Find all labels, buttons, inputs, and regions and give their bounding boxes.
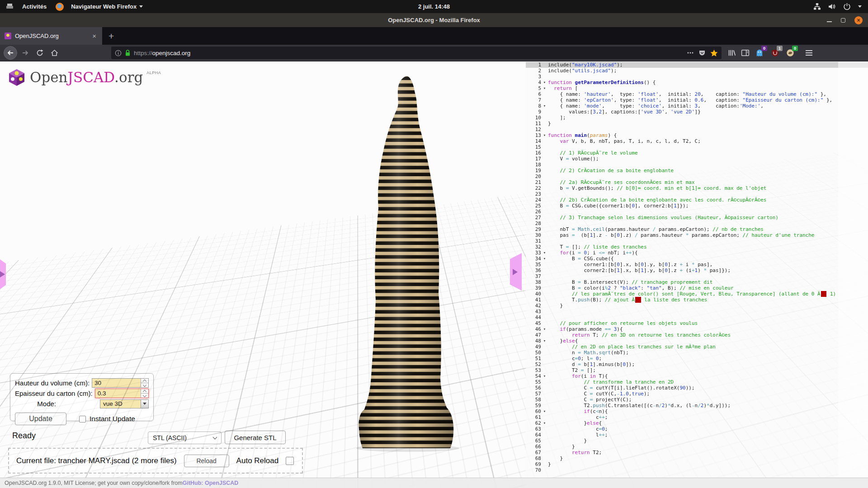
code-line[interactable]: 61 c++;: [526, 414, 868, 420]
export-format-select[interactable]: STL (ASCII): [148, 432, 222, 444]
network-icon[interactable]: [813, 3, 821, 10]
generate-stl-button[interactable]: Generate STL: [225, 431, 286, 444]
code-line[interactable]: 34▾ B = CSG.cube({: [526, 256, 868, 262]
code-line[interactable]: 16 // 1) RÃ©cupÃ¨re le volume: [526, 150, 868, 156]
code-line[interactable]: 20: [526, 174, 868, 179]
code-line[interactable]: 10 ];: [526, 115, 868, 121]
code-line[interactable]: 39 B = color(i%2 ? "black": "tan", B); /…: [526, 285, 868, 291]
code-line[interactable]: 6 { name: 'hauteur', type: 'float', init…: [526, 91, 868, 97]
code-line[interactable]: 7 { name: 'epCarton', type: 'float', ini…: [526, 97, 868, 103]
code-line[interactable]: 70: [526, 467, 868, 473]
openjscad-logo[interactable]: OpenJSCAD.org ALPHA: [7, 68, 161, 87]
code-editor[interactable]: 1include("mary10K.jscad");2include("util…: [526, 61, 868, 488]
pocket-icon[interactable]: [698, 49, 706, 56]
extension-other[interactable]: 0: [785, 47, 796, 58]
code-line[interactable]: 5▾ return [: [526, 85, 868, 91]
code-line[interactable]: 13▾function main(params) {: [526, 132, 868, 138]
spin-up-icon[interactable]: [141, 389, 148, 393]
code-line[interactable]: 50 n = Math.sqrt(nbT);: [526, 350, 868, 356]
code-line[interactable]: 53 T2 = [];: [526, 367, 868, 373]
code-line[interactable]: 60▾ if(c<n){: [526, 408, 868, 414]
code-line[interactable]: 51 c=0; l= 0;: [526, 356, 868, 361]
page-info-icon[interactable]: [115, 50, 122, 56]
code-line[interactable]: 44: [526, 314, 868, 320]
fold-arrow-icon[interactable]: ▾: [541, 250, 548, 256]
code-line[interactable]: 48▾ }else{: [526, 338, 868, 344]
auto-reload-checkbox[interactable]: [286, 457, 294, 465]
code-line[interactable]: 43: [526, 309, 868, 314]
code-line[interactable]: 21 // 2a) RÃ©cupÃ¨re ses coordonnÃ©es mi…: [526, 179, 868, 185]
minimize-button[interactable]: [827, 21, 832, 22]
app-menu-button[interactable]: Navigateur Web Firefox: [71, 3, 143, 10]
code-line[interactable]: 31: [526, 238, 868, 244]
activities-button[interactable]: Activités: [20, 3, 48, 10]
maximize-button[interactable]: [841, 18, 845, 23]
code-line[interactable]: 29 nbT = Math.ceil(params.hauteur / para…: [526, 226, 868, 232]
code-line[interactable]: 54▾ for(i in T){: [526, 373, 868, 379]
fold-arrow-icon[interactable]: ▾: [541, 103, 548, 109]
code-line[interactable]: 66 }: [526, 444, 868, 450]
code-line[interactable]: 4▾function getParameterDefinitions() {: [526, 80, 868, 85]
code-line[interactable]: 65 }: [526, 438, 868, 444]
code-line[interactable]: 22 b = V.getBounds(); // b[0]= coord. mi…: [526, 185, 868, 191]
code-line[interactable]: 2include("utils.jscad");: [526, 68, 868, 74]
https-lock-icon[interactable]: [125, 49, 131, 56]
code-line[interactable]: 17 V = volume();: [526, 156, 868, 162]
code-line[interactable]: 46▾ if(params.mode == 3){: [526, 326, 868, 332]
fold-arrow-icon[interactable]: ▾: [541, 326, 548, 332]
code-line[interactable]: 11}: [526, 121, 868, 127]
code-line[interactable]: 35 corner1:[b[0].x, b[0].y, b[0].z + i *…: [526, 262, 868, 267]
page-actions-dots-icon[interactable]: [687, 49, 694, 56]
left-panel-handle[interactable]: [0, 259, 6, 289]
volume-icon[interactable]: [828, 3, 836, 10]
code-line[interactable]: 68 }: [526, 455, 868, 461]
code-line[interactable]: 52 d = b[1].minus(b[0]);: [526, 361, 868, 367]
code-line[interactable]: 38 B = B.intersect(V); // tranchage prop…: [526, 279, 868, 285]
code-line[interactable]: 37: [526, 273, 868, 279]
code-line[interactable]: 23: [526, 191, 868, 197]
code-line[interactable]: 67 return T2;: [526, 450, 868, 455]
code-line[interactable]: 33▾ for(i = 0; i <= nbT; i++){: [526, 250, 868, 256]
code-line[interactable]: 32 T = []; // liste des tranches: [526, 244, 868, 250]
spin-down-icon[interactable]: [141, 383, 148, 387]
home-button[interactable]: [47, 47, 61, 59]
code-line[interactable]: 25 B = CSG.cube({corner1:b[0], corner2:b…: [526, 203, 868, 209]
fold-arrow-icon[interactable]: ▾: [541, 85, 548, 91]
fold-arrow-icon[interactable]: ▾: [541, 420, 548, 426]
menu-hamburger-icon[interactable]: [806, 50, 812, 56]
code-line[interactable]: 40 // les paramÃ¨tres de color() sont [R…: [526, 291, 868, 297]
code-line[interactable]: 69}: [526, 461, 868, 467]
code-line[interactable]: 24 // 2b) CrÃ©ation de la boite engloban…: [526, 197, 868, 203]
code-line[interactable]: 19 // 2) CrÃ©ation de sa boite englobant…: [526, 168, 868, 174]
extension-ublock[interactable]: 1: [769, 47, 780, 58]
code-line[interactable]: 1include("mary10K.jscad");: [526, 62, 868, 68]
code-line[interactable]: 58 C = projectY(C);: [526, 397, 868, 403]
bookmark-star-icon[interactable]: [710, 49, 718, 57]
fold-arrow-icon[interactable]: ▾: [541, 408, 548, 414]
code-line[interactable]: 36 corner2:[b[1].x, b[1].y, b[0].z + (i+…: [526, 267, 868, 273]
code-line[interactable]: 14 var V, b, B, nbT, pas, T, i, n, c, l,…: [526, 138, 868, 144]
code-line[interactable]: 47 return T; // en 3D on retourne les tr…: [526, 332, 868, 338]
code-line[interactable]: 56 C = cutY(T[i].lieFlat().rotateX(90));: [526, 385, 868, 391]
tab-close-icon[interactable]: ×: [91, 32, 98, 40]
reload-button[interactable]: [33, 47, 47, 59]
code-line[interactable]: 64 l++;: [526, 432, 868, 438]
system-menu-chevron-icon[interactable]: [858, 5, 862, 9]
printer-indicator-icon[interactable]: [6, 4, 13, 9]
epaisseur-input[interactable]: 0.3: [95, 389, 149, 398]
code-line[interactable]: 45 // pour afficher on retourne les obje…: [526, 320, 868, 326]
code-line[interactable]: 62▾ }else{: [526, 420, 868, 426]
statue-3d-model[interactable]: [354, 73, 464, 453]
code-line[interactable]: 27 // 3) Tranchage selon les dimensions …: [526, 215, 868, 221]
epaisseur-spinner[interactable]: [141, 389, 148, 398]
code-line[interactable]: 15: [526, 144, 868, 150]
code-line[interactable]: 30 pas = (b[1].z - b[0].z) / params.haut…: [526, 232, 868, 238]
new-tab-button[interactable]: +: [102, 27, 120, 45]
openjscad-viewport[interactable]: OpenJSCAD.org ALPHA 1include("mary10K.js…: [0, 61, 868, 488]
code-line[interactable]: 8▾ { name: 'mode', type: 'choice', initi…: [526, 103, 868, 109]
code-line[interactable]: 42 }: [526, 303, 868, 309]
footer-github-link[interactable]: GitHub: OpenJSCAD: [183, 480, 239, 486]
clock[interactable]: 2 juil. 14:48: [418, 3, 450, 10]
close-button[interactable]: ×: [854, 16, 863, 24]
code-line[interactable]: 63 c=0;: [526, 426, 868, 432]
